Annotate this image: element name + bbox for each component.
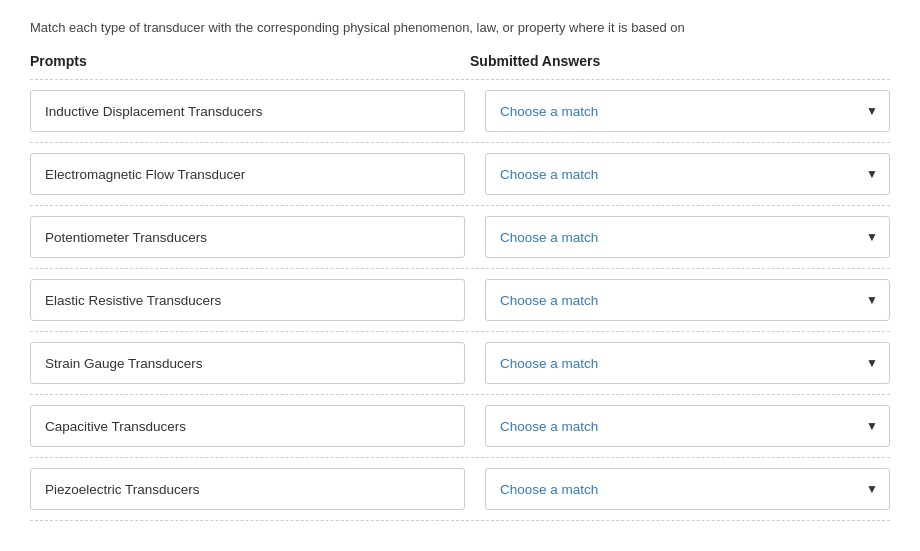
prompt-label: Electromagnetic Flow Transducer	[30, 153, 465, 195]
answer-dropdown[interactable]: Choose a match	[485, 468, 890, 510]
answer-dropdown[interactable]: Choose a match	[485, 90, 890, 132]
prompt-label: Strain Gauge Transducers	[30, 342, 465, 384]
answer-cell: Choose a match▼	[485, 216, 890, 258]
answer-wrapper: Choose a match▼	[485, 405, 890, 447]
answer-wrapper: Choose a match▼	[485, 216, 890, 258]
answers-header: Submitted Answers	[450, 53, 890, 69]
answer-wrapper: Choose a match▼	[485, 342, 890, 384]
answer-wrapper: Choose a match▼	[485, 468, 890, 510]
answer-cell: Choose a match▼	[485, 90, 890, 132]
answer-wrapper: Choose a match▼	[485, 279, 890, 321]
answer-cell: Choose a match▼	[485, 279, 890, 321]
match-row: Inductive Displacement TransducersChoose…	[30, 79, 890, 142]
answer-dropdown[interactable]: Choose a match	[485, 405, 890, 447]
prompt-label: Piezoelectric Transducers	[30, 468, 465, 510]
answer-dropdown[interactable]: Choose a match	[485, 216, 890, 258]
prompt-label: Elastic Resistive Transducers	[30, 279, 465, 321]
match-row: Strain Gauge TransducersChoose a match▼	[30, 331, 890, 394]
prompt-label: Inductive Displacement Transducers	[30, 90, 465, 132]
prompt-label: Capacitive Transducers	[30, 405, 465, 447]
answer-dropdown[interactable]: Choose a match	[485, 153, 890, 195]
match-row: Capacitive TransducersChoose a match▼	[30, 394, 890, 457]
column-headers: Prompts Submitted Answers	[30, 53, 890, 69]
answer-wrapper: Choose a match▼	[485, 90, 890, 132]
answer-cell: Choose a match▼	[485, 153, 890, 195]
prompt-label: Potentiometer Transducers	[30, 216, 465, 258]
answer-cell: Choose a match▼	[485, 468, 890, 510]
answer-cell: Choose a match▼	[485, 405, 890, 447]
match-row: Piezoelectric TransducersChoose a match▼	[30, 457, 890, 521]
prompts-header: Prompts	[30, 53, 450, 69]
answer-dropdown[interactable]: Choose a match	[485, 279, 890, 321]
instructions-text: Match each type of transducer with the c…	[30, 20, 890, 35]
match-rows-container: Inductive Displacement TransducersChoose…	[30, 79, 890, 521]
answer-cell: Choose a match▼	[485, 342, 890, 384]
answer-wrapper: Choose a match▼	[485, 153, 890, 195]
answer-dropdown[interactable]: Choose a match	[485, 342, 890, 384]
match-row: Elastic Resistive TransducersChoose a ma…	[30, 268, 890, 331]
match-row: Potentiometer TransducersChoose a match▼	[30, 205, 890, 268]
match-row: Electromagnetic Flow TransducerChoose a …	[30, 142, 890, 205]
